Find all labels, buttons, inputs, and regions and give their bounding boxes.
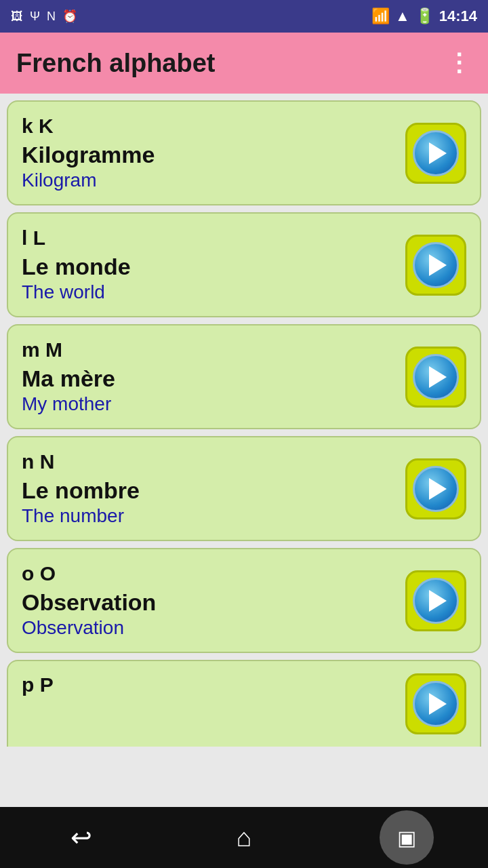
card-n: n N Le nombre The number	[7, 436, 481, 541]
play-triangle-o	[429, 590, 447, 612]
more-options-icon[interactable]: ⋮	[447, 49, 472, 77]
play-button-n[interactable]	[405, 458, 466, 519]
play-button-o[interactable]	[405, 570, 466, 631]
play-circle-n	[413, 466, 459, 512]
play-button-p[interactable]	[405, 673, 466, 734]
usb-icon: Ψ	[30, 9, 40, 24]
app-bar: French alphabet ⋮	[0, 33, 488, 94]
card-k-english: Kilogram	[22, 170, 155, 191]
alarm-icon: ⏰	[62, 9, 77, 24]
play-triangle-p	[429, 693, 447, 715]
content-list: k K Kilogramme Kilogram l L Le monde The…	[0, 94, 488, 807]
play-circle-p	[413, 681, 459, 727]
n-icon: N	[47, 9, 56, 24]
play-circle-m	[413, 354, 459, 400]
card-m-text: m M Ma mère My mother	[22, 338, 115, 415]
play-button-m[interactable]	[405, 347, 466, 408]
card-k-french: Kilogramme	[22, 142, 155, 168]
home-icon: ⌂	[237, 823, 252, 852]
app-title: French alphabet	[16, 49, 216, 78]
card-m-letter: m M	[22, 338, 115, 361]
wifi-icon: 📶	[371, 7, 390, 25]
card-n-french: Le nombre	[22, 477, 140, 504]
card-k: k K Kilogramme Kilogram	[7, 100, 481, 205]
card-p-letter: p P	[22, 673, 54, 696]
card-o: o O Observation Observation	[7, 548, 481, 653]
play-triangle-k	[429, 142, 447, 164]
play-triangle-n	[429, 478, 447, 500]
card-n-text: n N Le nombre The number	[22, 450, 140, 527]
back-button[interactable]: ↩	[54, 810, 108, 865]
play-button-l[interactable]	[405, 235, 466, 296]
home-button[interactable]: ⌂	[217, 810, 271, 865]
card-m-english: My mother	[22, 393, 115, 415]
image-icon: 🖼	[11, 9, 23, 24]
play-circle-k	[413, 130, 459, 176]
card-o-english: Observation	[22, 617, 156, 639]
card-m: m M Ma mère My mother	[7, 324, 481, 429]
battery-icon: 🔋	[415, 7, 434, 25]
card-n-letter: n N	[22, 450, 140, 473]
card-o-french: Observation	[22, 589, 156, 616]
play-circle-l	[413, 242, 459, 288]
status-left-icons: 🖼 Ψ N ⏰	[11, 9, 77, 24]
card-l-letter: l L	[22, 226, 131, 250]
card-k-letter: k K	[22, 115, 155, 138]
play-triangle-l	[429, 254, 447, 276]
recent-button[interactable]: ▣	[380, 810, 434, 865]
card-n-english: The number	[22, 505, 140, 527]
card-p-text: p P	[22, 673, 54, 699]
card-l-english: The world	[22, 281, 131, 303]
card-o-letter: o O	[22, 562, 156, 585]
card-l-text: l L Le monde The world	[22, 226, 131, 303]
status-bar: 🖼 Ψ N ⏰ 📶 ▲ 🔋 14:14	[0, 0, 488, 33]
card-p-partial: p P	[7, 660, 481, 747]
play-triangle-m	[429, 366, 447, 388]
bottom-nav: ↩ ⌂ ▣	[0, 807, 488, 868]
card-o-text: o O Observation Observation	[22, 562, 156, 639]
clock: 14:14	[439, 7, 477, 25]
signal-icon: ▲	[395, 7, 410, 25]
play-circle-o	[413, 578, 459, 624]
card-l: l L Le monde The world	[7, 212, 481, 317]
card-m-french: Ma mère	[22, 366, 115, 392]
back-icon: ↩	[70, 823, 92, 852]
card-l-french: Le monde	[22, 254, 131, 280]
play-button-k[interactable]	[405, 123, 466, 184]
status-right-icons: 📶 ▲ 🔋 14:14	[371, 7, 477, 25]
card-k-text: k K Kilogramme Kilogram	[22, 115, 155, 191]
recent-icon: ▣	[397, 826, 416, 850]
